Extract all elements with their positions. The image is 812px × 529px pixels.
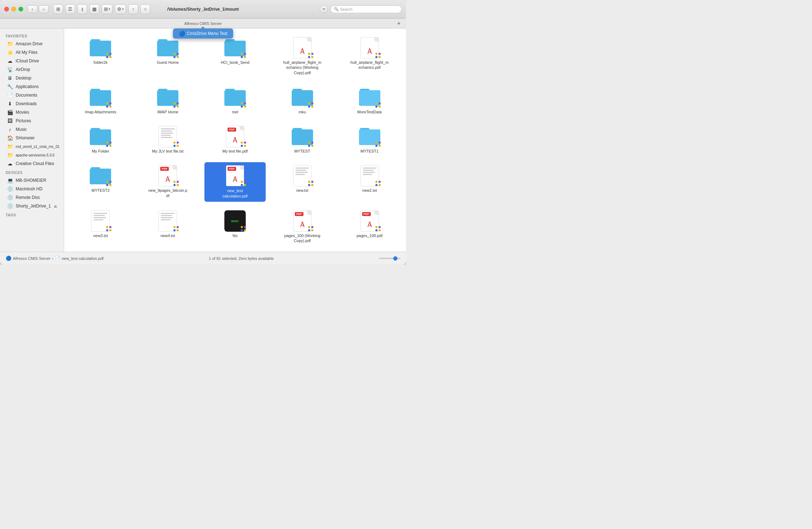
columns-view-icon: ⫿ [81, 6, 84, 12]
new2-txt-icon-wrap [358, 165, 381, 186]
view-list-button[interactable]: ☰ [65, 4, 75, 14]
sidebar-label-macintosh-hd: Macintosh HD [16, 186, 42, 191]
mytest-icon-wrap [291, 126, 314, 147]
sidebar-item-macintosh-hd[interactable]: 💿 Macintosh HD [1, 185, 62, 193]
view-group-button[interactable]: ⊞ ▾ [102, 4, 113, 14]
file-item-my-folder[interactable]: My Folder [70, 123, 131, 156]
sidebar-item-all-my-files[interactable]: ⭐ All My Files [1, 48, 62, 57]
more-test-icon-wrap [358, 87, 381, 108]
zoom-thumb[interactable] [393, 256, 397, 261]
view-columns-button[interactable]: ⫿ [77, 4, 87, 14]
sidebar-label-all-my-files: All My Files [16, 50, 37, 55]
file-item-folder2k[interactable]: folder2k [70, 34, 131, 78]
view-icon-button[interactable]: ⊞ [53, 4, 63, 14]
help-button[interactable]: ? ▾ [320, 5, 328, 13]
favorites-header: Favorites [0, 31, 64, 40]
imap-attach-name: Imap Attachments [85, 109, 116, 114]
file-item-mku[interactable]: mku [271, 84, 333, 117]
zoom-slider[interactable] [379, 258, 400, 259]
tag-button[interactable]: ○ [140, 4, 150, 14]
sidebar-item-airdrop[interactable]: 📡 AirDrop [1, 65, 62, 74]
new-test-calc-name: new_test calculation.pdf [215, 188, 255, 199]
sidebar-item-remote-disc[interactable]: 💿 Remote Disc [1, 193, 62, 202]
apache-icon: 📁 [7, 152, 13, 158]
sidebar-item-shomeier[interactable]: 🏠 SHomeier [1, 134, 62, 142]
fullscreen-button[interactable] [19, 7, 23, 11]
file-item-more-test[interactable]: MoreTestData [339, 84, 400, 117]
file-item-imap-home[interactable]: IMAP Home [137, 84, 199, 117]
sidebar-item-amazon-drive[interactable]: 📁 Amazon Drive [1, 40, 62, 48]
pathbar-label[interactable]: Alfresco CMIS Server [184, 21, 222, 26]
grid-view-icon: ⊞ [56, 6, 60, 12]
file-item-hull[interactable]: Ａ hull_airplane_flight_mechanics.pdf [339, 34, 400, 78]
add-button[interactable]: + [395, 20, 402, 27]
file-item-guest-home[interactable]: Guest Home [137, 34, 199, 78]
gear-icon: ⚙ [117, 6, 121, 12]
view-gallery-button[interactable]: ▦ [89, 4, 99, 14]
status-server-label: Alfresco CMIS Server [13, 256, 51, 261]
file-item-pages-100[interactable]: PDF Ａ pages_100.pdf [339, 207, 400, 246]
sidebar-item-movies[interactable]: 🎬 Movies [1, 108, 62, 117]
search-icon: 🔍 [334, 7, 339, 11]
file-item-mytest1[interactable]: MYTEST1 [339, 123, 400, 156]
sidebar-item-icloud-drive[interactable]: ☁ iCloud Drive [1, 57, 62, 65]
file-item-mytest2[interactable]: MYTEST2 [70, 162, 131, 202]
mku-name: mku [298, 109, 306, 114]
sidebar-item-applications[interactable]: 🔧 Applications [1, 82, 62, 91]
sidebar-item-documents[interactable]: 📄 Documents [1, 91, 62, 99]
sidebar-item-music[interactable]: ♪ Music [1, 125, 62, 134]
file-item-mytest[interactable]: MYTEST [271, 123, 333, 156]
file-item-my-jlv[interactable]: My JLV text file.txt [137, 123, 199, 156]
sidebar-label-pictures: Pictures [16, 118, 31, 123]
file-item-new-txt[interactable]: new.txt [271, 162, 333, 202]
minimize-button[interactable] [11, 7, 16, 11]
file-item-pages-100-wc[interactable]: PDF Ａ pages_100 (Working Copy).pdf [271, 207, 333, 246]
eject-icon[interactable]: ⏏ [54, 204, 57, 208]
applications-icon: 🔧 [7, 84, 13, 89]
my-folder-icon-wrap [89, 126, 112, 147]
sidebar-item-desktop[interactable]: 🖥 Desktop [1, 74, 62, 82]
forward-button[interactable]: › [39, 5, 49, 13]
sidebar-item-rnd[interactable]: 📁 rnd_omn4_s1_cmis_rnc_01 [1, 142, 62, 151]
sidebar-item-shorty-jet[interactable]: 💿 Shorty_JetDrive_1 ⏏ [1, 202, 62, 210]
new-9pages-name: new_9pages_bitcoin.pdf [148, 188, 187, 198]
file-item-new2-txt[interactable]: new2.txt [339, 162, 400, 202]
file-item-no[interactable]: exec No [204, 207, 266, 246]
sidebar-label-amazon-drive: Amazon Drive [16, 41, 42, 46]
sidebar-item-mb-shomeier[interactable]: 💻 MB-SHOMEIER [1, 176, 62, 185]
back-button[interactable]: ‹ [27, 5, 37, 13]
search-placeholder: Search [340, 7, 353, 11]
remote-disc-icon: 💿 [7, 195, 13, 200]
file-item-new-9pages[interactable]: PDF Ａ new_9pages_bitcoin.pdf [137, 162, 199, 202]
sidebar-item-creative-cloud[interactable]: ☁ Creative Cloud Files [1, 159, 62, 168]
close-button[interactable] [4, 7, 9, 11]
file-item-new4-txt[interactable]: new4.txt [137, 207, 199, 246]
sidebar-item-apache[interactable]: 📁 apache-servicemix-5.3.0 [1, 151, 62, 159]
file-item-imap-attach[interactable]: Imap Attachments [70, 84, 131, 117]
action-button[interactable]: ⚙ ▾ [115, 4, 126, 14]
share-button[interactable]: ↑ [128, 4, 138, 14]
traffic-lights [4, 7, 23, 11]
sidebar-label-movies: Movies [16, 110, 29, 115]
file-item-mel[interactable]: mel [204, 84, 266, 117]
rnd-icon: 📁 [7, 144, 13, 149]
cmis-popup[interactable]: 🔵 CmisDrive Menu Test [173, 29, 233, 38]
hci-book-name: HCI_book_Send [221, 60, 250, 65]
sidebar-item-downloads[interactable]: ⬇ Downloads [1, 99, 62, 108]
file-item-hull-wc[interactable]: Ａ hull_airplane_flight_mechanics (Workin… [271, 34, 333, 78]
file-item-hci-book[interactable]: HCI_book_Send [204, 34, 266, 78]
new-test-calc-icon-wrap: PDF Ａ [224, 165, 246, 186]
sidebar-label-documents: Documents [16, 93, 37, 98]
new-txt-icon-wrap [291, 165, 314, 186]
my-folder-name: My Folder [92, 149, 109, 154]
file-item-new3-txt[interactable]: new3.txt [70, 207, 131, 246]
creative-cloud-icon: ☁ [7, 161, 13, 166]
imap-attach-icon-wrap [89, 87, 112, 108]
sidebar-label-downloads: Downloads [16, 101, 37, 106]
file-item-new-test-calc[interactable]: PDF Ａ new_test calculation.pdf [204, 162, 266, 202]
search-box[interactable]: 🔍 Search [330, 5, 402, 13]
file-item-my-text-pdf[interactable]: PDF Ａ My text file.pdf [204, 123, 266, 156]
sidebar-item-pictures[interactable]: 🖼 Pictures [1, 117, 62, 125]
titlebar: ‹ › ⊞ ☰ ⫿ ▦ ⊞ ▾ ⚙ ▾ ↑ [0, 0, 406, 19]
my-text-pdf-icon-wrap: PDF Ａ [224, 126, 246, 147]
